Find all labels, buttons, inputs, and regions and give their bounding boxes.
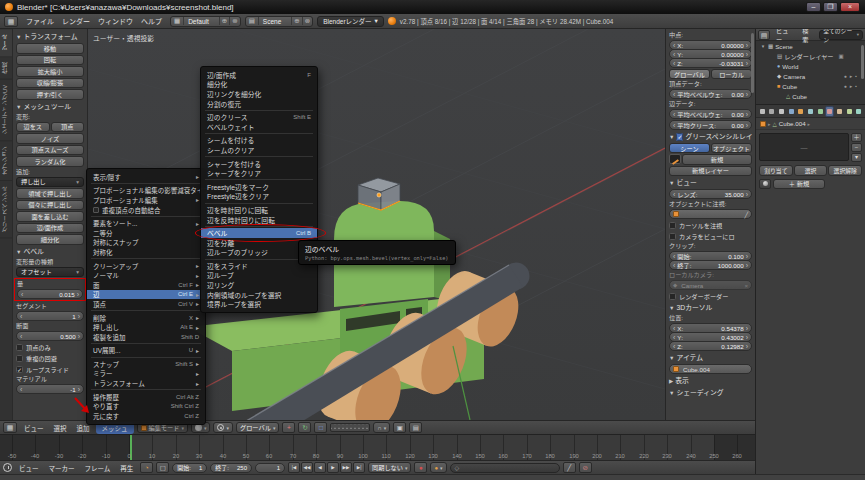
menu-item[interactable]: クリーンアップ▸ xyxy=(87,261,205,271)
tool-button[interactable]: 頂点スムーズ xyxy=(16,145,84,156)
layers-widget[interactable] xyxy=(330,423,370,432)
slider-right-icon[interactable]: › xyxy=(77,291,79,298)
properties-tab-texture[interactable] xyxy=(835,106,844,117)
minimize-button[interactable]: – xyxy=(806,2,821,12)
menu-item[interactable]: 辺を時計回りに回転 xyxy=(201,205,317,215)
render-border-checkbox[interactable]: レンダーボーダー xyxy=(669,291,752,301)
global-toggle[interactable]: グローバル xyxy=(669,69,710,79)
menubar-item[interactable]: ウィンドウ xyxy=(94,16,137,26)
clip-end-field[interactable]: ‹終了:1000.000› xyxy=(669,260,752,270)
panel-header-meshtools[interactable]: ▼メッシュツール xyxy=(16,101,84,112)
menu-item[interactable]: ノーマル▸ xyxy=(87,270,205,280)
properties-tab-world[interactable] xyxy=(787,106,796,117)
item-name-field[interactable]: Cube.004 xyxy=(669,364,752,374)
panel-header-3d-cursor[interactable]: ▼3Dカーソル xyxy=(669,302,752,313)
assign-button[interactable]: 割り当て xyxy=(759,165,793,176)
menu-item[interactable]: 境界ループを選択 xyxy=(201,299,317,309)
maximize-button[interactable]: ❐ xyxy=(823,2,838,12)
timeline-editor-icon[interactable] xyxy=(3,463,12,472)
menu-item[interactable]: 辺ループ xyxy=(201,271,317,281)
frame-lock-icon[interactable]: ▢ xyxy=(156,462,169,473)
slider-left-icon[interactable]: ‹ xyxy=(20,386,22,393)
checkbox-icon[interactable]: ✓ xyxy=(676,133,683,141)
selectability-icon[interactable]: ▸ xyxy=(850,73,853,79)
lens-field[interactable]: ‹レンズ:35.000› xyxy=(669,189,752,199)
menu-item[interactable]: 操作履歴Ctrl Alt Z xyxy=(87,392,205,402)
tool-button[interactable]: 頂点 xyxy=(51,122,85,133)
tool-button[interactable]: 押す/引く xyxy=(16,89,84,100)
timeline-menu[interactable]: マーカー xyxy=(45,463,79,473)
menu-item[interactable]: シームを付ける xyxy=(201,136,317,146)
select-button[interactable]: 選択 xyxy=(794,165,828,176)
insert-keyframe-button[interactable]: ╱ xyxy=(563,462,576,473)
outliner-row[interactable]: ▤レンダーレイヤー▣ xyxy=(756,51,865,61)
tool-button[interactable]: ノイズ xyxy=(16,133,84,144)
close-button[interactable]: × xyxy=(840,2,860,12)
local-toggle[interactable]: ローカル xyxy=(711,69,752,79)
menu-item[interactable]: ベベルウェイト xyxy=(201,122,317,132)
outliner-scope-dropdown[interactable]: 全てのシーン▾ xyxy=(819,30,863,40)
expander-icon[interactable]: ▾ xyxy=(760,43,766,49)
delete-keyframe-button[interactable]: ⊘ xyxy=(579,462,592,473)
toolshelf-tab[interactable]: オプション xyxy=(0,141,12,181)
menu-item[interactable]: 辺のクリースShift E xyxy=(201,112,317,122)
menu-item[interactable]: 押し出しAlt E▸ xyxy=(87,322,205,332)
avg-bevel-weight-field[interactable]: ‹平均ベベルウェ:0.00› xyxy=(669,89,752,99)
properties-tab-render-layers[interactable] xyxy=(768,106,777,117)
playback-button[interactable]: ▶ xyxy=(327,462,339,473)
delete-scene-icon[interactable]: ⊗ xyxy=(302,17,312,25)
menu-item[interactable]: 対称化 xyxy=(87,247,205,257)
properties-tab-modifiers[interactable] xyxy=(806,106,815,117)
menu-item[interactable]: 複製を追加Shift D xyxy=(87,332,205,342)
playback-button[interactable]: ▶▶ xyxy=(340,462,352,473)
keying-set-field[interactable]: ◇ xyxy=(450,463,560,473)
slider-left-icon[interactable]: ‹ xyxy=(20,333,22,340)
snap-dropdown[interactable]: ∩▾ xyxy=(373,422,390,433)
gp-new-button[interactable]: 新規 xyxy=(682,154,752,165)
menu-item[interactable]: 二等分 xyxy=(87,228,205,238)
material-browse-icon[interactable] xyxy=(759,179,771,189)
add-layout-icon[interactable]: ⊕ xyxy=(219,17,229,25)
menu-item[interactable]: ミラー▸ xyxy=(87,369,205,379)
slider-left-icon[interactable]: ‹ xyxy=(20,313,22,320)
eyedropper-icon[interactable]: ╱ xyxy=(744,211,748,218)
frame-start-field[interactable]: 開始:1 xyxy=(172,463,207,473)
menu-item[interactable]: UV展開...U▸ xyxy=(87,346,205,356)
menu-item[interactable]: やり直すShift Ctrl Z xyxy=(87,401,205,411)
gp-scene-toggle[interactable]: シーン xyxy=(669,143,710,153)
gp-color-swatch[interactable] xyxy=(669,154,681,164)
tool-button[interactable]: 辺をス xyxy=(16,122,50,133)
screen-layout-selector[interactable]: ▦ Default ⊕ ⊗ xyxy=(170,16,241,27)
menu-item[interactable]: スナップShift S▸ xyxy=(87,359,205,369)
panel-header-display[interactable]: ▶表示 xyxy=(669,375,752,386)
record-button[interactable]: ● xyxy=(414,462,427,473)
sync-mode-dropdown[interactable]: 同期しない▾ xyxy=(368,462,411,473)
menu-item[interactable]: プロポーショナル編集の影響減衰タイプ▸ xyxy=(87,186,205,196)
menu-item[interactable]: 分割の復元 xyxy=(201,99,317,109)
add-scene-icon[interactable]: ⊕ xyxy=(291,17,301,25)
opengl-render-anim-button[interactable]: ▤ xyxy=(409,422,422,433)
menu-item[interactable]: ベベルCtrl B xyxy=(201,228,317,238)
deselect-button[interactable]: 選択解除 xyxy=(828,165,862,176)
menu-item[interactable]: 元に戻すCtrl Z xyxy=(87,411,205,421)
checkbox-row[interactable]: 頂点のみ xyxy=(16,342,84,352)
slider-right-icon[interactable]: › xyxy=(78,313,80,320)
menu-item[interactable]: 辺リング xyxy=(201,280,317,290)
panel-header-shading[interactable]: ▼シェーディング xyxy=(669,387,752,398)
manipulator-scale-button[interactable]: □ xyxy=(314,422,327,433)
properties-tab-scene[interactable] xyxy=(777,106,786,117)
avg-bevel-weight-edge-field[interactable]: ‹平均ベベルウェ:0.00› xyxy=(669,109,752,119)
frame-end-field[interactable]: 終了:250 xyxy=(210,463,252,473)
slider-right-icon[interactable]: › xyxy=(78,333,80,340)
slider-left-icon[interactable]: ‹ xyxy=(21,291,23,298)
properties-tab-render[interactable] xyxy=(758,106,767,117)
gp-new-layer-button[interactable]: 新規レイヤー xyxy=(669,166,752,177)
outliner-menu[interactable]: ビュー xyxy=(772,29,796,44)
menubar-item[interactable]: ファイル xyxy=(22,16,58,26)
selectability-icon[interactable]: ▸ xyxy=(850,83,853,89)
view3d-editor-icon[interactable]: ▦ xyxy=(3,422,17,433)
tool-button[interactable]: 領域で押し出し xyxy=(16,188,84,199)
remove-slot-button[interactable]: − xyxy=(851,143,862,152)
toolshelf-tab[interactable]: グリースペンシル xyxy=(0,181,12,238)
toolshelf-tab[interactable]: ツール xyxy=(0,29,12,57)
